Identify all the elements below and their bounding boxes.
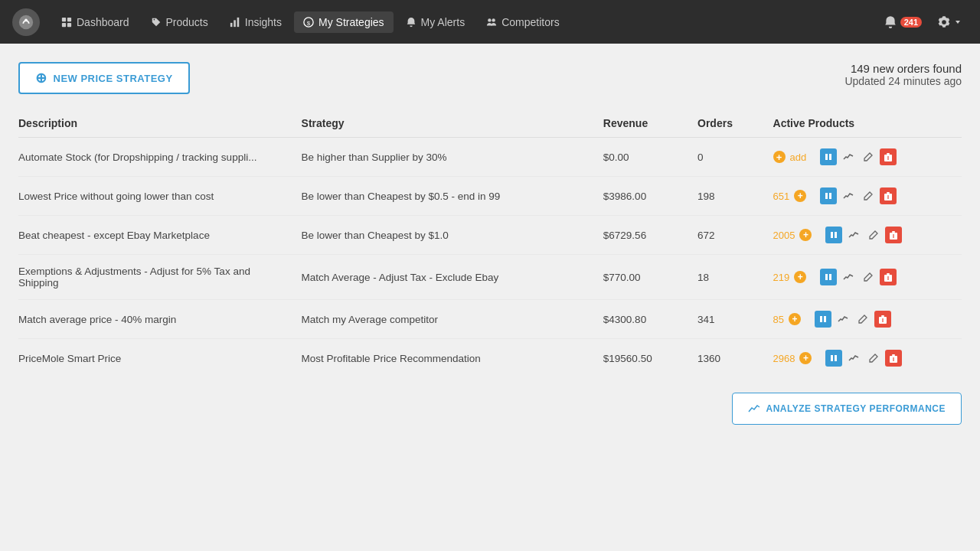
performance-chart-button[interactable] [835, 311, 851, 328]
svg-rect-21 [887, 192, 890, 194]
edit-button[interactable] [860, 148, 877, 165]
delete-button[interactable] [885, 350, 902, 367]
pause-button[interactable] [815, 311, 831, 328]
edit-button[interactable] [865, 350, 882, 367]
delete-button[interactable] [874, 311, 891, 328]
cell-active-products: 651+ [773, 177, 962, 216]
pause-icon [830, 231, 838, 239]
notifications-button[interactable]: 241 [880, 12, 925, 32]
cell-strategy: Match my Average competitor [302, 300, 603, 339]
pause-button[interactable] [825, 350, 842, 367]
trash-icon [879, 315, 887, 324]
svg-rect-41 [892, 354, 895, 356]
edit-button[interactable] [860, 269, 877, 285]
cell-description: Match average price - 40% margin [18, 300, 302, 339]
table-row: Match average price - 40% marginMatch my… [18, 300, 962, 339]
edit-button[interactable] [860, 187, 877, 204]
cell-strategy: Most Profitable Price Recommendation [302, 339, 603, 378]
cell-description: Beat cheapest - except Ebay Marketplace [18, 216, 302, 255]
chart-line-icon [748, 403, 760, 415]
cell-strategy: Match Average - Adjust Tax - Exclude Eba… [302, 255, 603, 300]
nav-products[interactable]: Products [142, 11, 217, 33]
performance-chart-button[interactable] [845, 350, 862, 367]
settings-button[interactable] [931, 12, 968, 32]
nav-my-alerts[interactable]: My Alerts [397, 11, 475, 33]
pause-button[interactable] [820, 269, 837, 285]
add-more-icon[interactable]: + [789, 313, 801, 325]
svg-rect-19 [829, 193, 831, 199]
line-chart-icon [843, 153, 854, 161]
chevron-down-icon [954, 18, 962, 26]
pause-button[interactable] [825, 227, 842, 243]
svg-point-12 [492, 18, 495, 21]
cell-revenue: $6729.56 [603, 216, 697, 255]
nav-my-strategies[interactable]: $ My Strategies [294, 11, 394, 33]
action-icons [820, 187, 897, 204]
performance-chart-button[interactable] [840, 187, 857, 204]
tag-icon [151, 17, 162, 28]
svg-rect-28 [825, 274, 828, 280]
svg-rect-16 [887, 153, 890, 155]
nav-insights[interactable]: Insights [220, 11, 291, 33]
product-count-label[interactable]: 219 [773, 272, 790, 283]
pause-button[interactable] [820, 187, 837, 204]
svg-rect-2 [62, 17, 66, 21]
product-count-label[interactable]: 85 [773, 314, 784, 325]
nav-dashboard[interactable]: Dashboard [52, 11, 139, 33]
product-count-label[interactable]: 2968 [773, 353, 795, 364]
svg-rect-6 [230, 22, 233, 26]
pencil-icon [869, 354, 878, 363]
competitors-icon [486, 17, 497, 28]
action-icons [815, 311, 891, 328]
cell-orders: 18 [697, 255, 773, 300]
line-chart-icon [848, 354, 859, 362]
performance-chart-button[interactable] [840, 148, 857, 165]
svg-text:$: $ [307, 19, 311, 26]
cell-active-products: 2005+ [773, 216, 962, 255]
new-price-strategy-button[interactable]: ⊕ NEW PRICE STRATEGY [18, 62, 190, 94]
svg-rect-5 [67, 22, 71, 26]
navbar-right: 241 [880, 12, 968, 32]
delete-button[interactable] [880, 269, 897, 285]
col-header-revenue: Revenue [603, 109, 697, 138]
col-header-strategy: Strategy [302, 109, 603, 138]
svg-rect-31 [887, 273, 890, 275]
cell-description: Automate Stock (for Dropshipping / track… [18, 138, 302, 177]
notification-badge: 241 [900, 17, 922, 28]
product-count-label[interactable]: 651 [773, 191, 790, 202]
pause-button[interactable] [820, 148, 837, 165]
dollar-icon: $ [303, 17, 314, 28]
svg-rect-23 [831, 232, 833, 238]
add-more-icon[interactable]: + [794, 271, 806, 283]
trash-icon [884, 152, 892, 161]
product-count-label[interactable]: 2005 [773, 230, 795, 241]
add-more-icon[interactable]: + [794, 190, 806, 202]
delete-button[interactable] [880, 148, 897, 165]
edit-button[interactable] [865, 227, 882, 243]
cell-revenue: $3986.00 [603, 177, 697, 216]
delete-button[interactable] [880, 187, 897, 204]
table-row: PriceMole Smart PriceMost Profitable Pri… [18, 339, 962, 378]
svg-rect-26 [892, 231, 895, 233]
col-header-description: Description [18, 109, 302, 138]
performance-chart-button[interactable] [845, 227, 862, 243]
performance-chart-button[interactable] [840, 269, 857, 285]
add-more-icon[interactable]: + [799, 352, 812, 364]
delete-button[interactable] [885, 227, 902, 243]
svg-rect-29 [829, 274, 831, 280]
nav-competitors[interactable]: Competitors [477, 11, 568, 33]
edit-button[interactable] [854, 311, 871, 328]
line-chart-icon [848, 231, 859, 239]
updated-text: Updated 24 minutes ago [844, 75, 962, 87]
add-more-icon[interactable]: + [799, 229, 812, 241]
pencil-icon [864, 191, 873, 201]
table-row: Automate Stock (for Dropshipping / track… [18, 138, 962, 177]
trash-icon [890, 230, 897, 240]
gear-icon [937, 15, 951, 29]
analyze-row: ANALYZE STRATEGY PERFORMANCE [18, 393, 962, 425]
action-icons [820, 148, 897, 165]
analyze-strategy-performance-button[interactable]: ANALYZE STRATEGY PERFORMANCE [732, 393, 962, 425]
svg-rect-18 [825, 193, 828, 199]
add-products-link[interactable]: add [790, 152, 807, 163]
header-row: ⊕ NEW PRICE STRATEGY 149 new orders foun… [18, 62, 962, 94]
